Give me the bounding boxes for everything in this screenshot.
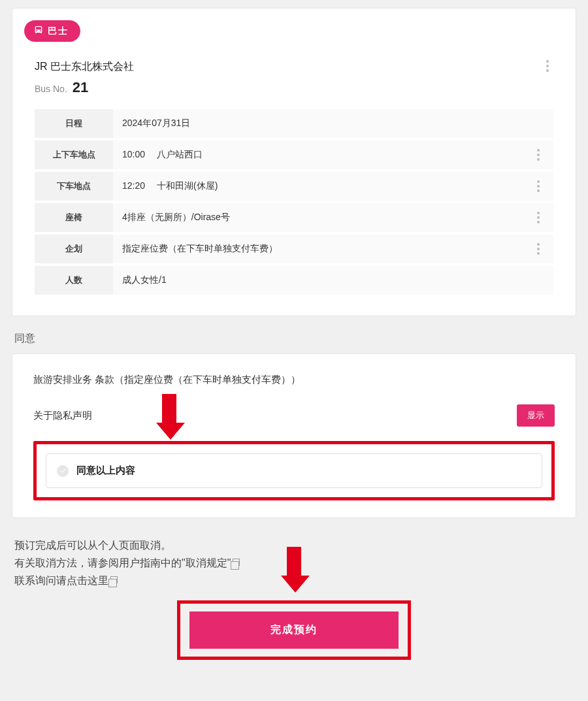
row-alighting: 下车地点 12:20 十和田湖(休屋) <box>35 172 553 203</box>
bus-icon <box>33 25 44 37</box>
external-link-icon <box>233 559 240 566</box>
alighting-place: 十和田湖(休屋) <box>157 180 218 192</box>
row-boarding: 上下车地点 10:00 八户站西口 <box>35 140 553 172</box>
bus-number: Bus No. 21 <box>12 79 576 109</box>
label-pax: 人数 <box>35 266 113 295</box>
check-icon <box>57 465 69 477</box>
value-pax: 成人女性/1 <box>122 274 167 286</box>
label-plan: 企划 <box>35 235 113 263</box>
external-link-icon <box>110 576 118 583</box>
contact-link[interactable]: 点击这里 <box>67 575 108 586</box>
alighting-time: 12:20 <box>122 180 145 191</box>
label-schedule: 日程 <box>35 109 113 138</box>
alighting-menu-button[interactable] <box>532 180 544 192</box>
label-seat: 座椅 <box>35 203 113 232</box>
complete-reservation-button[interactable]: 完成预约 <box>189 611 399 649</box>
cancel-policy-link[interactable]: "取消规定" <box>182 557 231 568</box>
show-button[interactable]: 显示 <box>517 404 555 427</box>
bus-no-value: 21 <box>73 79 88 95</box>
terms-line: 旅游安排业务 条款（指定座位费（在下车时单独支付车费）） <box>33 374 555 386</box>
bus-no-prefix: Bus No. <box>35 84 67 94</box>
bus-badge: 巴士 <box>24 20 80 42</box>
label-alighting: 下车地点 <box>35 172 113 201</box>
bus-info-card: 巴士 JR 巴士东北株式会社 Bus No. 21 日程 2024年07月31日… <box>12 8 576 316</box>
notice-line1: 预订完成后可以从个人页面取消。 <box>14 536 574 554</box>
label-boarding: 上下车地点 <box>35 140 113 169</box>
cancellation-notice: 预订完成后可以从个人页面取消。 有关取消方法，请参阅用户指南中的"取消规定" 联… <box>14 536 574 590</box>
row-seat: 座椅 4排座（无厕所）/Oirase号 <box>35 203 553 235</box>
value-schedule: 2024年07月31日 <box>122 118 190 129</box>
privacy-line: 关于隐私声明 <box>33 410 92 422</box>
bus-badge-label: 巴士 <box>48 25 69 37</box>
row-pax: 人数 成人女性/1 <box>35 266 553 297</box>
seat-menu-button[interactable] <box>532 212 544 223</box>
notice-line2a: 有关取消方法，请参阅用户指南中的 <box>14 557 182 568</box>
operator-name: JR 巴士东北株式会社 <box>35 60 134 74</box>
boarding-menu-button[interactable] <box>532 149 544 161</box>
agree-card: 旅游安排业务 条款（指定座位费（在下车时单独支付车费）） 关于隐私声明 显示 同… <box>12 353 576 518</box>
agree-checkbox-label: 同意以上内容 <box>76 465 135 477</box>
agree-checkbox[interactable]: 同意以上内容 <box>46 453 542 488</box>
plan-menu-button[interactable] <box>532 243 544 255</box>
boarding-place: 八户站西口 <box>157 149 203 161</box>
row-plan: 企划 指定座位费（在下车时单独支付车费） <box>35 235 553 266</box>
detail-table: 日程 2024年07月31日 上下车地点 10:00 八户站西口 下车地点 12… <box>35 109 553 297</box>
row-schedule: 日程 2024年07月31日 <box>35 109 553 140</box>
agree-highlight-box: 同意以上内容 <box>33 441 555 500</box>
value-plan: 指定座位费（在下车时单独支付车费） <box>122 243 278 255</box>
complete-highlight-box: 完成预约 <box>177 600 411 660</box>
notice-line3a: 联系询问请 <box>14 575 67 586</box>
card-menu-button[interactable] <box>542 60 553 72</box>
agree-section-title: 同意 <box>14 332 574 346</box>
value-seat: 4排座（无厕所）/Oirase号 <box>122 212 230 223</box>
boarding-time: 10:00 <box>122 149 145 159</box>
